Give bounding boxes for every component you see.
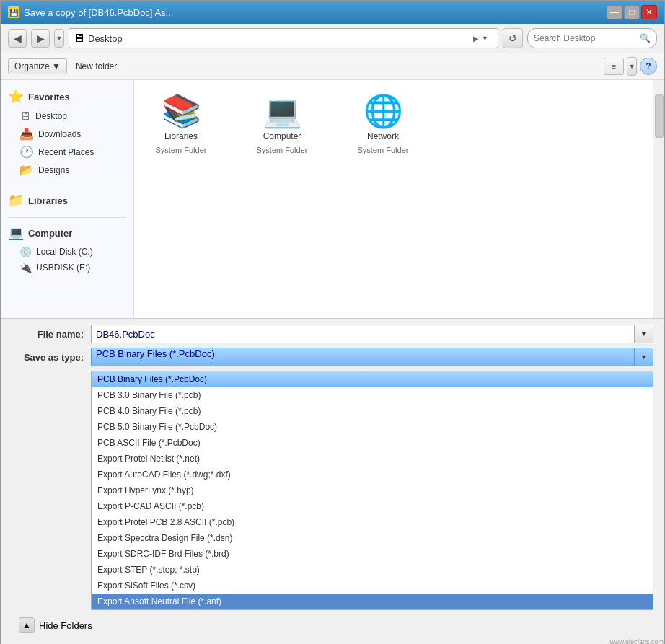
save-type-display: PCB Binary Files (*.PcbDoc)	[91, 348, 635, 366]
dropdown-item-pcb-50[interactable]: PCB 5.0 Binary File (*.PcbDoc)	[92, 419, 653, 435]
dropdown-item-export-sisoft[interactable]: Export SiSoft Files (*.csv)	[92, 578, 653, 594]
dropdown-item-export-protel-pcb[interactable]: Export Protel PCB 2.8 ASCII (*.pcb)	[92, 514, 653, 530]
toolbar: ◀ ▶ ▼ 🖥 Desktop ▶ ▼ ↺ 🔍	[1, 24, 664, 53]
sidebar: ⭐ Favorites 🖥 Desktop 📥 Downloads 🕐 Rece…	[1, 80, 134, 318]
view-icon: ≡	[612, 62, 616, 71]
dropdown-item-pcb-binary[interactable]: PCB Binary Files (*.PcbDoc)	[92, 371, 653, 387]
sidebar-item-local-disk[interactable]: 💿 Local Disk (C:)	[1, 244, 133, 260]
computer-section: 💻 Computer 💿 Local Disk (C:) 🔌 USBDISK (…	[1, 222, 133, 275]
search-icon[interactable]: 🔍	[640, 33, 651, 43]
dropdown-item-export-specctra[interactable]: Export Specctra Design File (*.dsn)	[92, 530, 653, 546]
computer-header[interactable]: 💻 Computer	[1, 222, 133, 244]
sidebar-item-desktop[interactable]: 🖥 Desktop	[1, 107, 133, 125]
designs-icon: 📂	[19, 163, 34, 177]
dropdown-item-pcb-30[interactable]: PCB 3.0 Binary File (*.pcb)	[92, 387, 653, 403]
location-dropdown-icon[interactable]: ▼	[482, 35, 493, 42]
save-type-dropdown-icon: ▼	[640, 353, 647, 361]
dropdown-item-export-step[interactable]: Export STEP (*.step; *.stp)	[92, 562, 653, 578]
hide-folders-icon: ▲	[22, 620, 31, 630]
dialog-title: Save a copy of [DB46.PcbDoc] As...	[24, 7, 173, 18]
bottom-footer: ▲ Hide Folders	[12, 610, 653, 640]
hide-folders-label: Hide Folders	[39, 620, 92, 631]
desktop-icon: 🖥	[19, 110, 31, 123]
libraries-large-icon: 📚	[162, 95, 201, 127]
save-type-dropdown[interactable]: ▼	[635, 348, 653, 366]
refresh-icon: ↺	[508, 32, 517, 44]
downloads-icon: 📥	[19, 127, 34, 141]
file-item-computer[interactable]: 💻 Computer System Folder	[246, 91, 318, 159]
libraries-header[interactable]: 📁 Libraries	[1, 190, 133, 211]
sidebar-divider-1	[8, 185, 126, 185]
file-type-dropdown-list: PCB Binary Files (*.PcbDoc) PCB 3.0 Bina…	[91, 371, 653, 610]
hide-folders-area: ▲ Hide Folders	[12, 613, 100, 638]
file-name-dropdown[interactable]: ▼	[635, 325, 653, 343]
title-bar: 💾 Save a copy of [DB46.PcbDoc] As... — □…	[1, 1, 664, 24]
search-bar[interactable]: 🔍	[527, 28, 657, 48]
minimize-button[interactable]: —	[607, 5, 622, 19]
save-type-row: Save as type: PCB Binary Files (*.PcbDoc…	[12, 348, 653, 366]
view-dropdown-icon: ▼	[629, 63, 635, 70]
file-list: 📚 Libraries System Folder 💻 Computer Sys…	[134, 80, 664, 318]
dropdown-item-export-sdrc[interactable]: Export SDRC-IDF Brd Files (*.brd)	[92, 546, 653, 562]
dropdown-item-export-ansoft[interactable]: Export Ansoft Neutral File (*.anf)	[92, 594, 653, 609]
file-item-network[interactable]: 🌐 Network System Folder	[347, 91, 419, 159]
location-arrow-icon: ▶	[473, 35, 479, 43]
file-item-libraries[interactable]: 📚 Libraries System Folder	[145, 91, 217, 159]
nav-dropdown-button[interactable]: ▼	[54, 29, 64, 48]
save-type-container: PCB Binary Files (*.PcbDoc) ▼	[91, 348, 653, 366]
view-dropdown-button[interactable]: ▼	[627, 57, 637, 76]
sidebar-item-downloads[interactable]: 📥 Downloads	[1, 125, 133, 143]
file-name-label: File name:	[12, 329, 91, 340]
forward-icon: ▶	[37, 32, 45, 44]
scrollbar[interactable]	[653, 80, 664, 318]
nav-dropdown-icon: ▼	[56, 35, 63, 42]
dropdown-item-pcb-40[interactable]: PCB 4.0 Binary File (*.pcb)	[92, 403, 653, 419]
maximize-button[interactable]: □	[624, 5, 640, 19]
close-button[interactable]: ✕	[641, 5, 657, 19]
computer-large-icon: 💻	[263, 95, 302, 127]
favorites-star-icon: ⭐	[8, 89, 24, 105]
sidebar-divider-2	[8, 217, 126, 218]
recent-places-icon: 🕐	[19, 145, 34, 159]
action-bar: Organize ▼ New folder ≡ ▼ ?	[1, 53, 664, 80]
file-name-input[interactable]	[91, 325, 635, 343]
help-button[interactable]: ?	[640, 58, 657, 75]
main-content: ⭐ Favorites 🖥 Desktop 📥 Downloads 🕐 Rece…	[1, 80, 664, 318]
local-disk-icon: 💿	[19, 246, 32, 257]
file-name-row: File name: ▼	[12, 325, 653, 343]
computer-icon: 💻	[8, 225, 24, 241]
new-folder-button[interactable]: New folder	[70, 59, 123, 74]
dropdown-item-export-pcad[interactable]: Export P-CAD ASCII (*.pcb)	[92, 498, 653, 514]
scrollbar-thumb[interactable]	[655, 94, 664, 138]
favorites-header: ⭐ Favorites	[1, 86, 133, 107]
libraries-section: 📁 Libraries	[1, 190, 133, 211]
dropdown-item-export-autocad[interactable]: Export AutoCAD Files (*.dwg;*.dxf)	[92, 467, 653, 482]
dropdown-item-export-hyperlynx[interactable]: Export HyperLynx (*.hyp)	[92, 482, 653, 498]
back-button[interactable]: ◀	[8, 29, 27, 48]
search-input[interactable]	[534, 33, 637, 43]
location-folder-icon: 🖥	[74, 32, 85, 45]
usb-icon: 🔌	[19, 262, 32, 273]
location-bar[interactable]: 🖥 Desktop ▶ ▼	[69, 28, 498, 48]
forward-button[interactable]: ▶	[31, 29, 50, 48]
sidebar-item-usb[interactable]: 🔌 USBDISK (E:)	[1, 260, 133, 275]
dropdown-item-export-netlist[interactable]: Export Protel Netlist (*.net)	[92, 451, 653, 467]
libraries-folder-icon: 📁	[8, 193, 24, 208]
hide-folders-button[interactable]: ▲	[19, 617, 35, 633]
file-name-dropdown-icon: ▼	[640, 330, 647, 338]
view-button[interactable]: ≡	[604, 58, 624, 75]
refresh-button[interactable]: ↺	[503, 28, 523, 48]
save-type-label: Save as type:	[12, 352, 91, 363]
bottom-area: File name: ▼ Save as type: PCB Binary Fi…	[1, 318, 664, 644]
watermark: www.elecfans.com	[609, 638, 664, 644]
dropdown-item-pcb-ascii[interactable]: PCB ASCII File (*.PcbDoc)	[92, 435, 653, 451]
back-icon: ◀	[14, 32, 22, 44]
favorites-section: ⭐ Favorites 🖥 Desktop 📥 Downloads 🕐 Rece…	[1, 86, 133, 179]
network-large-icon: 🌐	[364, 95, 403, 127]
organize-button[interactable]: Organize ▼	[8, 58, 67, 74]
sidebar-item-recent-places[interactable]: 🕐 Recent Places	[1, 143, 133, 161]
sidebar-item-designs[interactable]: 📂 Designs	[1, 161, 133, 179]
title-icon: 💾	[8, 6, 19, 18]
location-text: Desktop	[88, 33, 470, 44]
